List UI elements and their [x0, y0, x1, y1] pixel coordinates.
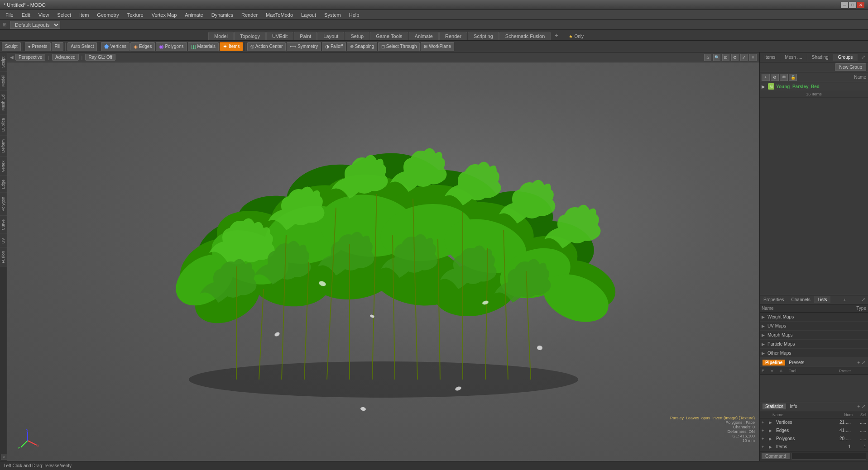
menu-geometry[interactable]: Geometry: [93, 11, 122, 19]
tab-paint[interactable]: Paint: [294, 32, 317, 40]
list-other-maps[interactable]: ▶ Other Maps: [760, 349, 868, 358]
menu-item[interactable]: Item: [76, 11, 92, 19]
menu-layout[interactable]: Layout: [297, 11, 320, 19]
menu-system[interactable]: System: [321, 11, 345, 19]
statistics-label[interactable]: Statistics: [762, 404, 786, 409]
snapping-button[interactable]: ⊕ Snapping: [347, 42, 377, 51]
tab-animate[interactable]: Animate: [409, 32, 439, 40]
menu-maxtomodo[interactable]: MaxToModo: [262, 11, 297, 19]
side-tab-mesh-edit[interactable]: Mesh Ed: [0, 90, 7, 114]
maximize-button[interactable]: □: [849, 2, 856, 8]
side-tab-polygon[interactable]: Polygon: [0, 193, 7, 215]
stat-expand-items[interactable]: +: [762, 445, 767, 449]
viewport-icon-settings[interactable]: ⚙: [731, 54, 739, 61]
tab-scripting[interactable]: Scripting: [468, 32, 499, 40]
tab-schematic-fusion[interactable]: Schematic Fusion: [499, 32, 551, 40]
prop-expand-button[interactable]: +: [840, 296, 849, 304]
stats-add[interactable]: +: [857, 404, 860, 409]
prop-tab-channels[interactable]: Channels: [788, 296, 814, 303]
menu-edit[interactable]: Edit: [18, 11, 34, 19]
list-weight-maps[interactable]: ▶ Weight Maps: [760, 313, 868, 322]
viewport-3d[interactable]: Parsley_Leaves_opas_invert (Image) (Text…: [7, 62, 759, 461]
viewport-icon-expand[interactable]: ⤢: [740, 54, 748, 61]
falloff-button[interactable]: ◑ Falloff: [322, 42, 346, 51]
pipeline-fullscreen[interactable]: ⤢: [862, 360, 865, 365]
viewport-icon-fit[interactable]: ⊡: [722, 54, 729, 61]
items-visibility-button[interactable]: 👁: [780, 74, 788, 81]
rp-tab-items[interactable]: Items: [760, 54, 780, 61]
workplane-button[interactable]: ⊞ WorkPlane: [421, 42, 454, 51]
prop-tab-properties[interactable]: Properties: [760, 296, 788, 303]
tab-setup[interactable]: Setup: [345, 32, 369, 40]
star-only-toggle[interactable]: ★Only: [566, 33, 586, 40]
viewport-raygl-button[interactable]: Ray GL: Off: [85, 54, 115, 61]
side-tab-vertex[interactable]: Vertex: [0, 157, 7, 176]
menu-animate[interactable]: Animate: [181, 11, 206, 19]
menu-file[interactable]: File: [2, 11, 17, 19]
items-button[interactable]: ✦ Items: [220, 42, 243, 51]
minimize-button[interactable]: ─: [841, 2, 848, 8]
side-tab-model[interactable]: Model: [0, 71, 7, 90]
prop-expand-button2[interactable]: ⤢: [858, 296, 868, 304]
select-through-button[interactable]: ◻ Select Through: [378, 42, 420, 51]
command-input[interactable]: [791, 453, 866, 460]
menu-help[interactable]: Help: [345, 11, 363, 19]
viewport-nav-prev[interactable]: ◀: [10, 55, 14, 60]
prop-tab-lists[interactable]: Lists: [814, 296, 831, 303]
rp-tab-shading[interactable]: Shading: [807, 54, 834, 61]
symmetry-button[interactable]: ⟺ Symmetry: [287, 42, 321, 51]
items-settings-button[interactable]: ⚙: [771, 74, 779, 81]
tab-model[interactable]: Model: [208, 32, 234, 40]
rp-expand-button[interactable]: ⤢: [858, 53, 868, 61]
info-label[interactable]: Info: [790, 404, 797, 409]
stat-expand-edges[interactable]: +: [762, 428, 767, 433]
side-tab-uv[interactable]: UV: [0, 234, 7, 247]
rp-tab-groups[interactable]: Groups: [834, 54, 858, 61]
side-tab-edge[interactable]: Edge: [0, 176, 7, 193]
side-tab-curve[interactable]: Curve: [0, 215, 7, 234]
side-tab-duplicate[interactable]: Duplica: [0, 114, 7, 135]
list-particle-maps[interactable]: ▶ Particle Maps: [760, 340, 868, 349]
item-expand-arrow[interactable]: ▶: [762, 84, 765, 89]
polygons-button[interactable]: ◉ Polygons: [156, 42, 187, 51]
stat-expand-polygons[interactable]: +: [762, 437, 767, 441]
presets-label[interactable]: Presets: [789, 360, 804, 365]
items-lock-button[interactable]: 🔒: [789, 74, 797, 81]
edges-button[interactable]: ◈ Edges: [130, 42, 155, 51]
presets-button[interactable]: ● Presets: [25, 42, 51, 51]
pipeline-label[interactable]: Pipeline: [762, 360, 785, 366]
list-uv-maps[interactable]: ▶ UV Maps: [760, 322, 868, 331]
tab-uvedit[interactable]: UVEdit: [266, 32, 293, 40]
fill-button[interactable]: Fill: [52, 42, 64, 51]
list-morph-maps[interactable]: ▶ Morph Maps: [760, 331, 868, 340]
auto-select-button[interactable]: Auto Select: [67, 42, 97, 51]
items-add-button[interactable]: +: [762, 74, 770, 81]
new-group-button[interactable]: New Group: [835, 63, 866, 71]
menu-dynamics[interactable]: Dynamics: [208, 11, 237, 19]
side-tab-sculpt[interactable]: Sculpt: [0, 52, 7, 71]
side-tab-deform[interactable]: Deform: [0, 135, 7, 157]
menu-view[interactable]: View: [35, 11, 53, 19]
tab-game-tools[interactable]: Game Tools: [370, 32, 408, 40]
vertices-button[interactable]: ⬟ Vertices: [101, 42, 129, 51]
add-tab-button[interactable]: +: [551, 30, 562, 40]
menu-render[interactable]: Render: [238, 11, 261, 19]
menu-select[interactable]: Select: [53, 11, 75, 19]
menu-vertex-map[interactable]: Vertex Map: [148, 11, 181, 19]
tab-render[interactable]: Render: [439, 32, 467, 40]
viewport-advanced-button[interactable]: Advanced: [52, 54, 78, 61]
viewport-icon-zoom[interactable]: 🔍: [713, 54, 720, 61]
menu-texture[interactable]: Texture: [124, 11, 147, 19]
rp-tab-mesh[interactable]: Mesh ....: [780, 54, 807, 61]
stats-expand[interactable]: ⤢: [862, 404, 865, 409]
item-name[interactable]: Young_Parsley_Bed: [776, 84, 866, 89]
side-panel-toggle[interactable]: ○: [1, 454, 7, 460]
tab-layout[interactable]: Layout: [317, 32, 344, 40]
stat-expand-vertices[interactable]: +: [762, 420, 767, 425]
action-center-button[interactable]: ◎ Action Center: [247, 42, 286, 51]
close-button[interactable]: ✕: [857, 2, 864, 8]
command-label[interactable]: Command: [762, 453, 790, 459]
tab-topology[interactable]: Topology: [234, 32, 266, 40]
pipeline-expand[interactable]: +: [857, 360, 860, 365]
side-tab-fusion[interactable]: Fusion: [0, 247, 7, 267]
